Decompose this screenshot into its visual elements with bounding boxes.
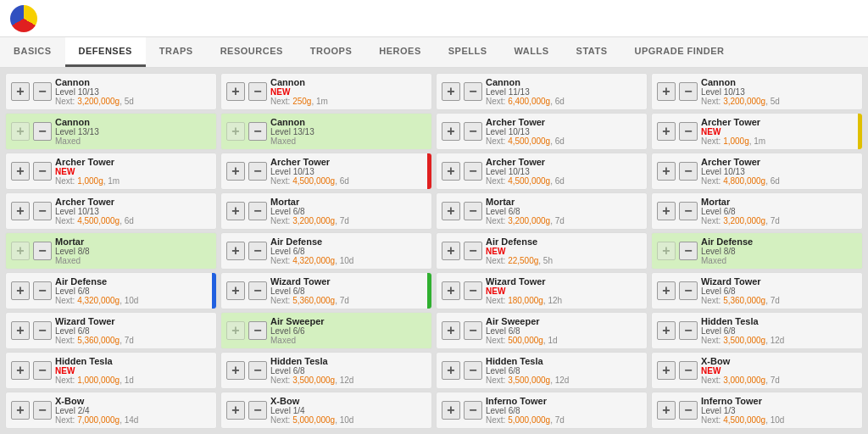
tab-traps[interactable]: TRAPS — [146, 37, 207, 67]
decrement-button[interactable]: − — [33, 122, 52, 141]
increment-button[interactable]: + — [226, 82, 245, 101]
increment-button[interactable]: + — [226, 281, 245, 300]
card: +−Archer TowerLevel 10/13Next: 4,500,000… — [436, 153, 648, 190]
increment-button[interactable]: + — [442, 122, 460, 141]
decrement-button[interactable]: − — [33, 162, 52, 181]
increment-button[interactable]: + — [657, 281, 676, 300]
decrement-button[interactable]: − — [33, 242, 52, 260]
decrement-button[interactable]: − — [248, 281, 267, 300]
decrement-button[interactable]: − — [248, 202, 267, 220]
increment-button[interactable]: + — [442, 321, 460, 340]
decrement-button[interactable]: − — [33, 82, 52, 101]
card-name: Air Sweeper — [270, 316, 426, 326]
increment-button[interactable]: + — [442, 82, 460, 101]
decrement-button[interactable]: − — [248, 162, 267, 181]
card-name: Archer Tower — [486, 117, 642, 127]
increment-button[interactable]: + — [11, 401, 30, 420]
increment-button[interactable]: + — [226, 401, 245, 420]
increment-button[interactable]: + — [11, 162, 30, 181]
card-info: Archer TowerLevel 10/13Next: 4,800,000g,… — [701, 157, 857, 186]
tab-basics[interactable]: BASICS — [0, 37, 65, 67]
increment-button[interactable]: + — [442, 242, 460, 260]
tab-heroes[interactable]: HEROES — [365, 37, 434, 67]
decrement-button[interactable]: − — [248, 321, 267, 340]
decrement-button[interactable]: − — [464, 162, 482, 181]
card-name: Inferno Tower — [486, 396, 642, 406]
tab-stats[interactable]: STATS — [563, 37, 621, 67]
decrement-button[interactable]: − — [464, 281, 482, 300]
card: +−Air DefenseLevel 6/8Next: 4,320,000g, … — [220, 232, 432, 270]
decrement-button[interactable]: − — [679, 321, 698, 340]
increment-button[interactable]: + — [657, 162, 676, 181]
tab-troops[interactable]: TROOPS — [297, 37, 365, 67]
increment-button[interactable]: + — [11, 202, 30, 220]
card-next: Next: 4,320,000g, 10d — [55, 296, 211, 305]
decrement-button[interactable]: − — [33, 281, 52, 300]
increment-button[interactable]: + — [442, 281, 460, 300]
increment-button[interactable]: + — [442, 361, 460, 380]
increment-button[interactable]: + — [657, 321, 676, 340]
tab-walls[interactable]: WALLS — [501, 37, 563, 67]
decrement-button[interactable]: − — [33, 321, 52, 340]
tab-upgrade-finder[interactable]: UPGRADE FINDER — [620, 37, 737, 67]
card: +−Air DefenseLevel 8/8Maxed — [651, 232, 863, 270]
card-info: Archer TowerNEWNext: 1,000g, 1m — [701, 117, 857, 146]
increment-button[interactable]: + — [11, 321, 30, 340]
decrement-button[interactable]: − — [33, 202, 52, 220]
decrement-button[interactable]: − — [679, 202, 698, 220]
decrement-button[interactable]: − — [464, 361, 482, 380]
card: +−CannonLevel 11/13Next: 6,400,000g, 6d — [436, 73, 648, 110]
increment-button[interactable]: + — [442, 202, 460, 220]
increment-button: + — [226, 122, 245, 141]
tab-defenses[interactable]: DEFENSES — [65, 37, 146, 67]
decrement-button[interactable]: − — [248, 122, 267, 141]
decrement-button[interactable]: − — [679, 401, 698, 420]
decrement-button[interactable]: − — [679, 162, 698, 181]
increment-button[interactable]: + — [226, 202, 245, 220]
card-level: Level 10/13 — [701, 167, 857, 176]
decrement-button[interactable]: − — [248, 401, 267, 420]
increment-button[interactable]: + — [11, 361, 30, 380]
decrement-button[interactable]: − — [248, 242, 267, 260]
increment-button[interactable]: + — [11, 281, 30, 300]
increment-button[interactable]: + — [11, 82, 30, 101]
decrement-button[interactable]: − — [464, 82, 482, 101]
column-1: +−CannonNEWNext: 250g, 1m+−CannonLevel 1… — [220, 73, 432, 429]
decrement-button[interactable]: − — [464, 122, 482, 141]
increment-button: + — [11, 242, 30, 260]
card-level: Level 6/8 — [486, 406, 642, 415]
increment-button[interactable]: + — [442, 162, 460, 181]
increment-button[interactable]: + — [442, 401, 460, 420]
decrement-button[interactable]: − — [679, 242, 698, 260]
decrement-button[interactable]: − — [248, 361, 267, 380]
decrement-button[interactable]: − — [33, 401, 52, 420]
decrement-button[interactable]: − — [679, 122, 698, 141]
decrement-button[interactable]: − — [679, 82, 698, 101]
column-0: +−CannonLevel 10/13Next: 3,200,000g, 5d+… — [5, 73, 217, 429]
tab-resources[interactable]: RESOURCES — [207, 37, 297, 67]
decrement-button[interactable]: − — [464, 401, 482, 420]
card-name: Archer Tower — [270, 157, 426, 167]
increment-button[interactable]: + — [226, 162, 245, 181]
decrement-button[interactable]: − — [248, 82, 267, 101]
decrement-button[interactable]: − — [679, 281, 698, 300]
increment-button[interactable]: + — [657, 82, 676, 101]
card-level: Level 8/8 — [55, 247, 211, 256]
nav-bar: BASICS DEFENSES TRAPS RESOURCES TROOPS H… — [0, 37, 868, 68]
increment-button[interactable]: + — [657, 202, 676, 220]
increment-button[interactable]: + — [657, 401, 676, 420]
increment-button[interactable]: + — [226, 361, 245, 380]
card: +−Air DefenseNEWNext: 22,500g, 5h — [436, 232, 648, 270]
decrement-button[interactable]: − — [464, 242, 482, 260]
tab-spells[interactable]: SPELLS — [435, 37, 501, 67]
decrement-button[interactable]: − — [464, 321, 482, 340]
card-next: Next: 5,360,000g, 7d — [270, 296, 426, 305]
decrement-button[interactable]: − — [679, 361, 698, 380]
increment-button[interactable]: + — [226, 242, 245, 260]
increment-button[interactable]: + — [657, 361, 676, 380]
card-next: Next: 1,000g, 1m — [701, 136, 857, 146]
increment-button[interactable]: + — [657, 122, 676, 141]
decrement-button[interactable]: − — [464, 202, 482, 220]
decrement-button[interactable]: − — [33, 361, 52, 380]
header-left — [10, 5, 46, 32]
